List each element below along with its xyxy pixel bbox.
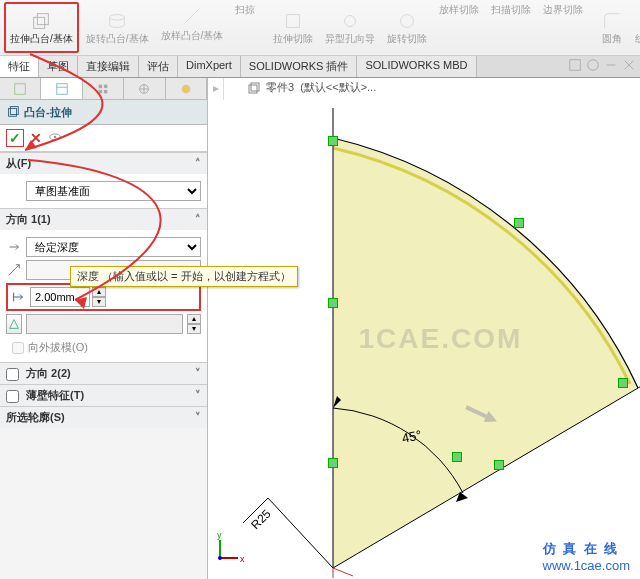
tab-right-tools [568,58,636,74]
expand-icon[interactable] [568,58,582,74]
radius-dimension-text[interactable]: R25 [248,506,274,532]
svg-point-4 [345,16,356,27]
close-icon[interactable] [622,58,636,74]
preview-toggle-icon[interactable] [48,130,62,146]
panel-tab-property-manager[interactable] [41,78,82,99]
svg-text:x: x [240,554,245,564]
direction-vector-icon[interactable] [6,263,22,277]
graphics-viewport[interactable]: 零件3 (默认<<默认>... 45° R25 [208,78,640,579]
pm-title: 凸台-拉伸 [24,105,72,120]
ribbon-boundary-cut[interactable]: 边界切除 [538,2,588,53]
ribbon-revolve-boss[interactable]: 旋转凸台/基体 [81,2,154,53]
svg-rect-17 [56,83,67,94]
svg-point-30 [54,136,57,139]
panel-tab-config[interactable] [83,78,124,99]
ribbon-hole-wizard[interactable]: 异型孔向导 [320,2,380,53]
panel-tab-feature-tree[interactable] [0,78,41,99]
ribbon-extrude-boss[interactable]: 拉伸凸台/基体 [4,2,79,53]
svg-point-26 [181,84,190,93]
svg-rect-14 [570,60,581,71]
section-contours-header[interactable]: 所选轮廓(S) ˅ [0,407,207,428]
svg-rect-22 [104,89,108,93]
ribbon-extrude-cut[interactable]: 拉伸切除 [268,2,318,53]
ribbon-loft-cut[interactable]: 放样切除 [434,2,484,53]
svg-rect-3 [287,15,300,28]
command-manager-tabs: 特征 草图 直接编辑 评估 DimXpert SOLIDWORKS 插件 SOL… [0,56,640,78]
panel-tab-display[interactable] [166,78,207,99]
draft-outward-checkbox[interactable] [12,342,24,354]
direction2-checkbox[interactable] [6,368,19,381]
sketch-handle[interactable] [328,136,338,146]
sketch-handle[interactable] [328,298,338,308]
tab-direct-edit[interactable]: 直接编辑 [78,56,139,77]
svg-rect-1 [38,14,49,25]
chevron-up-icon: ˄ [195,213,201,226]
svg-rect-19 [99,84,103,88]
depth-icon [10,290,26,304]
ribbon-sweep[interactable]: 扫掠 [230,2,260,53]
ribbon-revolve-cut[interactable]: 旋转切除 [382,2,432,53]
depth-input[interactable] [30,287,90,307]
tab-sw-addins[interactable]: SOLIDWORKS 插件 [241,56,358,77]
chevron-down-icon: ˅ [195,389,201,402]
ribbon-linear-pattern[interactable]: 线性阵列 [630,2,640,53]
from-select[interactable]: 草图基准面 [26,181,201,201]
sketch-handle[interactable] [514,218,524,228]
tab-evaluate[interactable]: 评估 [139,56,178,77]
sketch-handle[interactable] [494,460,504,470]
thin-feature-checkbox[interactable] [6,390,19,403]
draft-toggle-button[interactable] [6,314,22,334]
svg-line-36 [268,498,333,568]
ribbon-loft-boss[interactable]: 放样凸台/基体 [156,2,229,53]
extrude-cut-icon [282,10,304,34]
reverse-direction-icon[interactable] [6,240,22,254]
sketch-handle[interactable] [452,452,462,462]
tab-sw-mbd[interactable]: SOLIDWORKS MBD [357,56,476,77]
origin-marker [333,568,353,578]
section-from-header[interactable]: 从(F) ˄ [0,153,207,174]
ribbon-fillet[interactable]: 圆角 [596,2,628,53]
fillet-icon [601,10,623,34]
pm-actions: ✓ ✕ [0,125,207,152]
svg-rect-0 [34,18,45,29]
depth-spin-down[interactable]: ▾ [92,297,106,307]
section-thin-header[interactable]: 薄壁特征(T) ˅ [0,385,207,406]
panel-tab-dimxpert[interactable] [124,78,165,99]
section-selected-contours: 所选轮廓(S) ˅ [0,406,207,428]
section-direction1-header[interactable]: 方向 1(1) ˄ [0,209,207,230]
ribbon: 拉伸凸台/基体 旋转凸台/基体 放样凸台/基体 扫掠 拉伸切除 异型孔向导 旋转… [0,0,640,56]
tab-features[interactable]: 特征 [0,56,39,77]
cancel-button[interactable]: ✕ [30,130,42,146]
loft-icon [181,5,203,29]
svg-line-39 [333,568,353,576]
sketch-handle[interactable] [618,378,628,388]
svg-rect-27 [9,108,17,116]
depth-spin-up[interactable]: ▴ [92,287,106,297]
draft-outward-checkbox-row[interactable]: 向外拔模(O) [6,337,201,358]
help-icon[interactable] [586,58,600,74]
section-from: 从(F) ˄ 草图基准面 [0,152,207,208]
ok-button[interactable]: ✓ [6,129,24,147]
minimize-icon[interactable] [604,58,618,74]
property-manager-panel: 凸台-拉伸 ✓ ✕ 从(F) ˄ 草图基准面 方向 [0,78,208,579]
boss-extrude-icon [6,104,20,120]
svg-rect-20 [104,84,108,88]
revolve-cut-icon [396,10,418,34]
tab-dimxpert[interactable]: DimXpert [178,56,241,77]
svg-rect-28 [10,107,18,115]
sketch-handle[interactable] [328,458,338,468]
svg-rect-21 [99,89,103,93]
ribbon-sweep-cut[interactable]: 扫描切除 [486,2,536,53]
svg-text:y: y [217,530,222,540]
chevron-up-icon: ˄ [195,157,201,170]
draft-spin-up[interactable]: ▴ [187,314,201,324]
panel-tabs [0,78,207,100]
footer-watermark: 仿 真 在 线 www.1cae.com [543,540,630,573]
end-condition-select[interactable]: 给定深度 [26,237,201,257]
draft-spin-down[interactable]: ▾ [187,324,201,334]
depth-row: ▴ ▾ [6,283,201,311]
chevron-down-icon: ˅ [195,411,201,424]
draft-angle-input[interactable] [26,314,183,334]
section-direction2-header[interactable]: 方向 2(2) ˅ [0,363,207,384]
tab-sketch[interactable]: 草图 [39,56,78,77]
